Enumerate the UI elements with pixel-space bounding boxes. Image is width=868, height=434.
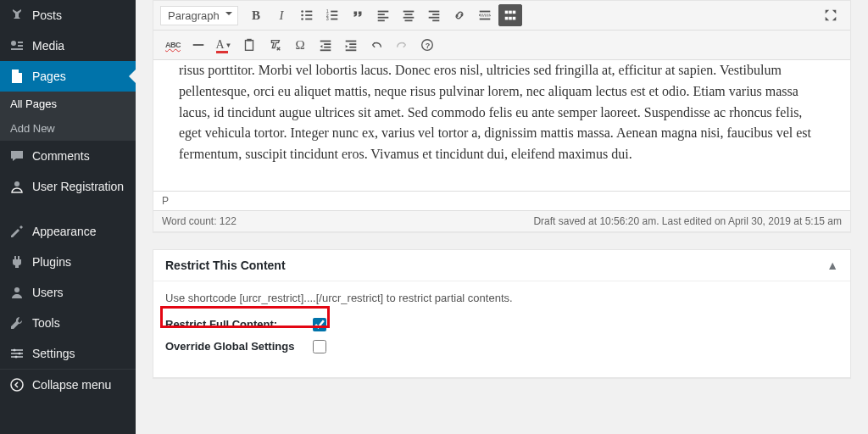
plugins-icon [8, 253, 25, 270]
users-icon [8, 284, 25, 301]
align-center-button[interactable] [397, 4, 420, 26]
insert-more-button[interactable] [473, 4, 497, 26]
blockquote-button[interactable] [346, 4, 370, 26]
align-right-button[interactable] [422, 4, 446, 26]
sidebar-subitem-all-pages[interactable]: All Pages [0, 92, 136, 116]
sidebar-item-tools[interactable]: Tools [0, 308, 136, 338]
editor-toolbar-row1: Paragraph B I 123 [153, 1, 850, 31]
format-select-label: Paragraph [168, 9, 220, 22]
svg-rect-41 [509, 17, 512, 20]
restrict-full-label: Restrict Full Content: [165, 318, 313, 331]
link-button[interactable] [448, 4, 471, 26]
svg-rect-40 [505, 17, 509, 20]
tools-icon [8, 314, 25, 331]
italic-button[interactable]: I [270, 4, 293, 26]
fullscreen-button[interactable] [819, 4, 843, 26]
outdent-button[interactable] [314, 34, 337, 56]
svg-rect-17 [331, 11, 337, 13]
bullet-list-button[interactable] [295, 4, 319, 26]
svg-rect-50 [346, 41, 357, 42]
sidebar-item-user-registration[interactable]: User Registration [0, 171, 136, 202]
sidebar-label: Plugins [32, 255, 71, 269]
svg-point-14 [301, 18, 303, 20]
hr-button[interactable] [186, 34, 210, 56]
svg-rect-25 [378, 19, 385, 21]
numbered-list-button[interactable]: 123 [320, 4, 344, 26]
sidebar-item-media[interactable]: Media [0, 31, 136, 61]
indent-button[interactable] [339, 34, 363, 56]
editor-content-area[interactable]: risus porttitor. Morbi vel lobortis lacu… [153, 60, 850, 191]
sidebar-item-posts[interactable]: Posts [0, 0, 136, 31]
svg-rect-43 [193, 44, 204, 46]
sidebar-label: Tools [32, 316, 60, 330]
editor-path: P [162, 195, 169, 207]
sidebar-item-appearance[interactable]: Appearance [0, 216, 136, 247]
svg-rect-46 [320, 41, 331, 42]
settings-icon [8, 345, 25, 362]
sidebar-item-users[interactable]: Users [0, 277, 136, 308]
svg-rect-27 [405, 14, 413, 15]
editor-status-bar: Word count: 122 Draft saved at 10:56:20 … [153, 210, 850, 231]
sidebar-label: Collapse menu [32, 378, 111, 392]
svg-rect-45 [247, 39, 251, 42]
align-left-button[interactable] [371, 4, 395, 26]
user-registration-icon [8, 178, 25, 195]
svg-rect-26 [403, 11, 415, 13]
svg-rect-28 [403, 17, 415, 19]
sidebar-label: Media [32, 39, 64, 53]
svg-rect-11 [305, 11, 312, 13]
sidebar-item-comments[interactable]: Comments [0, 141, 136, 171]
svg-rect-31 [432, 14, 439, 15]
clear-formatting-button[interactable] [263, 34, 287, 56]
svg-rect-47 [324, 43, 331, 45]
editor-path-bar: P [153, 191, 850, 210]
media-icon [8, 37, 25, 54]
sidebar-subitem-add-new[interactable]: Add New [0, 116, 136, 141]
metabox-header[interactable]: Restrict This Content ▲ [153, 250, 850, 281]
override-global-label: Override Global Settings [165, 340, 313, 353]
svg-rect-19 [331, 14, 337, 16]
svg-rect-3 [11, 349, 23, 351]
svg-point-1 [14, 181, 19, 186]
redo-button[interactable] [390, 34, 414, 56]
svg-rect-15 [305, 19, 312, 20]
svg-rect-33 [432, 19, 439, 21]
sidebar-item-pages[interactable]: Pages [0, 61, 136, 92]
metabox-body: Use shortcode [urcr_restrict]....[/urcr_… [153, 281, 850, 377]
sidebar-label: Posts [32, 8, 62, 22]
bold-button[interactable]: B [244, 4, 268, 26]
format-select[interactable]: Paragraph [160, 6, 238, 25]
special-char-button[interactable]: Ω [288, 34, 312, 56]
svg-rect-48 [324, 47, 331, 48]
override-global-checkbox[interactable] [313, 340, 326, 353]
restrict-full-row: Restrict Full Content: [165, 318, 838, 331]
svg-point-10 [301, 10, 303, 13]
editor-paragraph: risus porttitor. Morbi vel lobortis lacu… [179, 60, 825, 165]
sidebar-item-settings[interactable]: Settings [0, 338, 136, 369]
svg-rect-23 [378, 14, 385, 15]
sidebar-item-collapse[interactable]: Collapse menu [0, 369, 136, 400]
restrict-full-checkbox[interactable] [313, 318, 326, 331]
pages-icon [8, 68, 25, 85]
spellcheck-button[interactable]: ABC [161, 34, 185, 56]
svg-text:?: ? [426, 42, 431, 50]
svg-point-0 [11, 41, 16, 46]
svg-point-7 [19, 353, 21, 355]
svg-rect-22 [378, 11, 389, 13]
svg-rect-30 [429, 11, 440, 13]
undo-button[interactable] [364, 34, 388, 56]
sidebar-label: User Registration [32, 180, 124, 193]
sidebar-label: Users [32, 286, 64, 299]
appearance-icon [8, 223, 25, 240]
svg-rect-34 [480, 11, 491, 13]
svg-rect-21 [331, 19, 337, 20]
collapse-icon [8, 376, 25, 393]
paste-text-button[interactable] [237, 34, 261, 56]
text-color-button[interactable]: A▼ [212, 34, 236, 56]
svg-rect-36 [480, 19, 491, 20]
sidebar-item-plugins[interactable]: Plugins [0, 247, 136, 277]
svg-point-12 [301, 14, 303, 17]
help-button[interactable]: ? [415, 34, 439, 56]
editor-toolbar-row2: ABC A▼ Ω ? [153, 31, 850, 60]
toolbar-toggle-button[interactable] [498, 4, 522, 26]
